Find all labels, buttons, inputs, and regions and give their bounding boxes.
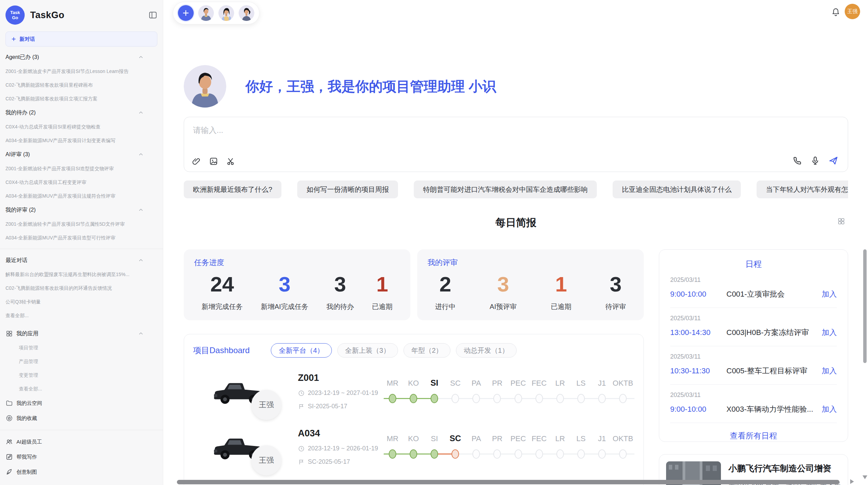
sidebar-task-item[interactable]: Z001-全新燃油皮卡产品开发项目SI节点Lesson Learn报告 (5, 64, 144, 78)
stat-row: 24新增完成任务3新增AI完成任务3我的待办1已逾期 (194, 273, 400, 311)
add-assistant-button[interactable] (178, 5, 194, 21)
app-subitem[interactable]: 查看全部... (19, 382, 144, 396)
sidebar-task-item[interactable]: A034-全新新能源MUV产品开发项目计划变更表编写 (5, 134, 144, 147)
sidebar-collapse-icon[interactable] (148, 11, 157, 20)
voice-call-icon[interactable] (792, 156, 803, 166)
microphone-icon[interactable] (810, 156, 820, 166)
app-subitem[interactable]: 项目管理 (19, 341, 144, 355)
send-icon[interactable] (828, 155, 839, 166)
project-code: A034 (298, 428, 384, 439)
sidebar-tool-label: 创意制图 (16, 469, 37, 475)
recent-chat-item[interactable]: 公司Q3轻卡销量 (5, 295, 144, 309)
schedule-item-title: C005-整车工程目标评审 (726, 366, 822, 376)
sidebar-item-label: 我的云空间 (16, 400, 42, 407)
sidebar-item-cloud-space[interactable]: 我的云空间 (5, 396, 144, 411)
horizontal-scrollbar[interactable] (177, 480, 840, 484)
screenshot-icon[interactable] (226, 157, 236, 166)
app-subitem[interactable]: 产品管理 (19, 355, 144, 368)
milestone-dot (389, 449, 396, 459)
plus-icon (182, 9, 190, 17)
new-chat-button[interactable]: 新对话 (5, 32, 157, 47)
stat: 3AI预评审 (490, 273, 517, 311)
quick-access-bar (173, 2, 260, 24)
stat-value: 3 (610, 273, 622, 296)
assistant-avatar-1[interactable] (198, 5, 214, 21)
view-all-schedule-link[interactable]: 查看所有日程 (670, 423, 837, 442)
dashboard-tab[interactable]: 年型（2） (403, 343, 450, 358)
stat-value: 3 (497, 273, 509, 296)
schedule-item: 2025/03/119:00-10:00X003-车辆动力学性能验...加入 (670, 384, 837, 423)
project-flag-milestone: SI-2025-05-17 (298, 403, 384, 410)
chevron-up-icon (138, 54, 144, 60)
chat-input[interactable] (192, 125, 741, 135)
scroll-down-arrow[interactable] (863, 475, 867, 479)
sidebar-task-item[interactable]: C0X4-动力总成开发项目SI里程碑提交物检查 (5, 120, 144, 134)
briefing-card: 我的评审2进行中3AI预评审1已逾期3待评审 (417, 249, 644, 320)
flag-icon (298, 403, 305, 410)
stat-label: 进行中 (435, 302, 456, 311)
attachment-icon[interactable] (192, 157, 201, 166)
project-flag-milestone: SC-2025-05-17 (298, 458, 384, 465)
milestone-dot (577, 394, 585, 403)
dashboard-tab[interactable]: 动总开发（1） (456, 343, 517, 358)
greeting-row: 你好，王强，我是你的项目管理助理 小识 (184, 65, 496, 108)
project-row[interactable]: 王强Z0012023-12-19 ~ 2027-01-19SI-2025-05-… (184, 368, 643, 423)
suggestion-chip[interactable]: 欧洲新规最近颁布了什么? (184, 181, 281, 198)
chevron-up-icon (138, 110, 144, 115)
join-meeting-link[interactable]: 加入 (822, 366, 837, 376)
recent-chat-item[interactable]: 解释最新出台的欧盟报废车法规再生塑料比例被调至15%... (5, 268, 144, 281)
milestone-dot (431, 394, 438, 403)
sidebar-task-item[interactable]: A034-全新新能源MUV产品开发项目造型可行性评审 (5, 231, 144, 245)
sidebar-divider (0, 430, 163, 430)
suggestion-chip[interactable]: 比亚迪全固态电池计划具体说了什么 (613, 181, 741, 198)
sidebar-task-item[interactable]: C02-飞腾新能源轻客改款项目立项汇报方案 (5, 92, 144, 105)
sidebar-task-item[interactable]: A034-全新新能源MUV产品开发项目法规符合性评审 (5, 189, 144, 203)
sidebar-tool-draw[interactable]: 创意制图 (5, 464, 144, 480)
sidebar-tool-ai-staff[interactable]: AI超级员工 (5, 434, 144, 449)
briefing-card: 任务进度24新增完成任务3新增AI完成任务3我的待办1已逾期 (184, 249, 410, 320)
suggestion-chip[interactable]: 当下年轻人对汽车外观有怎样的喜好趋势 (757, 181, 848, 198)
sidebar-task-item[interactable]: Z001-全新燃油轻卡产品开发项目SI造型提交物评审 (5, 162, 144, 175)
join-meeting-link[interactable]: 加入 (822, 404, 837, 414)
briefing-header: 每日简报 (184, 216, 848, 230)
milestone-label: OKTB (609, 434, 637, 443)
scroll-right-arrow[interactable] (850, 479, 854, 484)
user-avatar[interactable]: 王强 (845, 4, 860, 19)
vertical-scrollbar[interactable] (863, 249, 867, 363)
sidebar-section-header[interactable]: AI评审 (3) (5, 147, 144, 162)
schedule-item-row: 10:30-11:30C005-整车工程目标评审加入 (670, 366, 837, 376)
recent-chat-item[interactable]: 查看全部... (5, 309, 144, 322)
schedule-time: 9:00-10:00 (670, 290, 726, 299)
sidebar-section-header[interactable]: 我的待办 (2) (5, 105, 144, 120)
join-meeting-link[interactable]: 加入 (822, 289, 837, 299)
sidebar-task-item[interactable]: C02-飞腾新能源轻客改款项目里程碑画布 (5, 78, 144, 92)
dashboard-tab[interactable]: 全新平台（4） (271, 343, 331, 358)
dashboard-tab[interactable]: 全新上装（3） (337, 343, 398, 358)
sidebar-section-header[interactable]: 我的评审 (2) (5, 203, 144, 217)
suggestion-chip[interactable]: 如何写一份清晰的项目周报 (297, 181, 398, 198)
milestone-dot (535, 449, 543, 459)
notifications-bell-icon[interactable] (831, 8, 841, 17)
schedule-time: 13:00-14:30 (670, 328, 726, 337)
app-subitem[interactable]: 变更管理 (19, 368, 144, 382)
apps-grid-icon (5, 330, 13, 337)
suggestion-chip[interactable]: 特朗普可能对进口汽车增税会对中国车企造成哪些影响 (414, 181, 597, 198)
milestone-dot (598, 394, 606, 403)
assistant-avatar-3[interactable] (239, 5, 254, 21)
sidebar-tool-write[interactable]: 帮我写作 (5, 449, 144, 464)
layout-grid-icon[interactable] (837, 217, 845, 225)
sidebar-item-favorites[interactable]: 我的收藏 (5, 411, 144, 426)
sidebar-task-item[interactable]: Z001-全新燃油轻卡产品开发项目SI节点属性5D文件评审 (5, 217, 144, 231)
stat-value: 2 (439, 273, 451, 296)
stat-value: 3 (279, 273, 290, 296)
sidebar-section-header[interactable]: Agent已办 (3) (5, 50, 144, 64)
sidebar-task-item[interactable]: C0X4-动力总成开发项目工程变更评审 (5, 175, 144, 189)
news-title: 小鹏飞行汽车制造公司增资 (728, 463, 841, 474)
my-apps-header[interactable]: 我的应用 (5, 326, 144, 341)
join-meeting-link[interactable]: 加入 (822, 327, 837, 338)
assistant-avatar-2[interactable] (218, 5, 234, 21)
recent-chats-header[interactable]: 最近对话 (5, 253, 144, 268)
image-upload-icon[interactable] (209, 157, 218, 166)
project-row[interactable]: 王强A0342023-12-19 ~ 2026-01-19SC-2025-05-… (184, 423, 643, 479)
recent-chat-item[interactable]: C02-飞腾新能源轻客改款项目的闭环通告反馈情况 (5, 281, 144, 295)
